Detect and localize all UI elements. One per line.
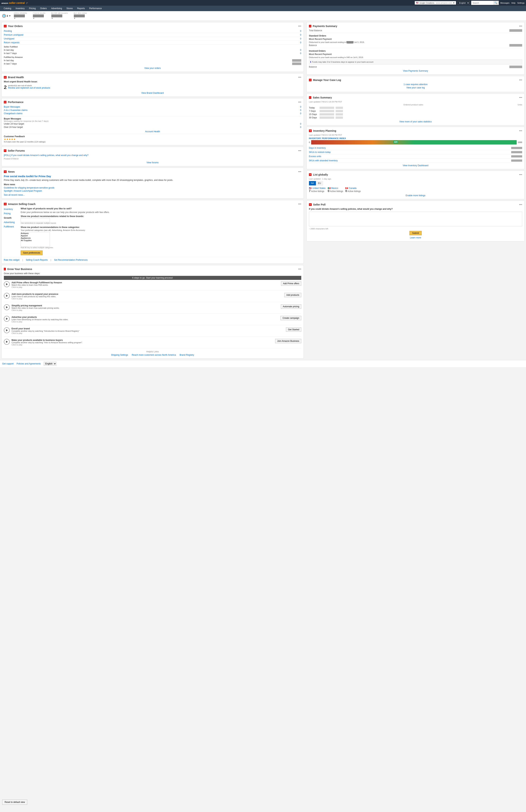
seller-forums-menu[interactable]: ••• <box>298 149 301 153</box>
standard-balance-value <box>509 44 522 47</box>
grow-btn-1[interactable]: Add products <box>284 293 301 297</box>
see-all-news[interactable]: See all recent news... <box>4 194 25 196</box>
coach-categories-select[interactable]: Antiques Apparel Appliances Art Supplies <box>21 232 50 247</box>
grow-btn-3[interactable]: Create campaign <box>280 316 301 320</box>
nav-performance[interactable]: Performance <box>87 6 104 11</box>
play-button-4[interactable] <box>4 327 10 333</box>
coach-nav-growth[interactable]: Growth <box>4 216 18 220</box>
order-pending[interactable]: Pending 0 <box>4 29 301 33</box>
play-button-2[interactable] <box>4 304 10 310</box>
search-button[interactable]: 🔍 <box>493 1 499 5</box>
policies-link[interactable]: Policies and Agreements <box>17 362 41 365</box>
performance-menu[interactable]: ••• <box>298 100 301 104</box>
view-payments-link[interactable]: View Payments Summary <box>309 70 522 72</box>
tab-eu[interactable]: EU <box>316 181 323 185</box>
store-selector[interactable]: 🇺🇸 Jungle Creations www.amazon.com ▼ <box>415 1 456 4</box>
tab-na[interactable]: NA <box>309 181 316 185</box>
grow-btn-4[interactable]: Get Started <box>286 327 301 332</box>
case-attention-link[interactable]: 1 case requires attention <box>309 83 522 86</box>
us-name[interactable]: United States <box>312 187 325 189</box>
learn-more-link[interactable]: Learn more <box>309 236 522 239</box>
your-orders-menu[interactable]: ••• <box>298 25 301 28</box>
poll-textarea[interactable] <box>309 212 522 226</box>
order-unshipped[interactable]: Unshipped 0 <box>4 37 301 41</box>
nav-pricing[interactable]: Pricing <box>27 6 38 11</box>
news-link-2[interactable]: Spotlight: Amazon Launchpad Program <box>4 190 301 192</box>
help-link[interactable]: Help <box>511 2 515 4</box>
brand-health-menu[interactable]: ••• <box>298 76 301 79</box>
news-link-1[interactable]: Guidelines for shipping temperature-sens… <box>4 187 301 189</box>
grow-business-menu[interactable]: ••• <box>298 267 301 271</box>
section-id-c: C <box>4 25 6 27</box>
globe-selector[interactable]: 🌐 3 ▼ <box>2 14 11 18</box>
perf-chargeback[interactable]: Chargeback claims 0 <box>4 112 301 115</box>
nav-inventory[interactable]: Inventory <box>13 6 27 11</box>
view-forums-link[interactable]: View forums <box>4 161 301 164</box>
search-input[interactable] <box>471 1 493 4</box>
selling-coach-menu[interactable]: ••• <box>298 202 301 206</box>
case-log-menu[interactable]: ••• <box>519 78 522 82</box>
invoiced-orders-title: Invoiced Orders <box>309 50 522 52</box>
settings-link[interactable]: Settings <box>517 2 525 4</box>
inv-days-label[interactable]: Days in inventory <box>309 147 326 149</box>
rate-widget-link[interactable]: Rate this widget <box>4 259 19 261</box>
nav-orders[interactable]: Orders <box>38 6 49 11</box>
poll-submit-button[interactable]: Submit <box>409 231 422 235</box>
helpful-link-1[interactable]: Reach more customers across North Americ… <box>132 354 176 356</box>
helpful-link-2[interactable]: Brand Registry <box>179 354 194 356</box>
nav-catalog[interactable]: Catalog <box>1 6 13 11</box>
perf-atoz[interactable]: A-to-z Guarantee claims 0 <box>4 108 301 112</box>
inventory-planning-menu[interactable]: ••• <box>519 129 522 132</box>
play-button-1[interactable] <box>4 293 10 299</box>
view-inventory-link[interactable]: View Inventory Dashboard <box>309 164 522 167</box>
grow-btn-2[interactable]: Automate pricing <box>281 304 301 309</box>
save-preferences-button[interactable]: Save preferences <box>21 250 43 255</box>
payments-menu[interactable]: ••• <box>519 25 522 28</box>
brand-health-issue-link[interactable]: Review and replenish out-of-stock produc… <box>8 87 50 89</box>
account-health-link[interactable]: Account Health <box>4 130 301 133</box>
inv-restock-label[interactable]: SKUs to restock today <box>309 151 331 154</box>
set-recommendation-link[interactable]: Set Recommendation Preferences <box>54 259 88 261</box>
play-button-3[interactable] <box>4 316 10 322</box>
mx-name[interactable]: Mexico <box>331 187 338 189</box>
inv-excess-label[interactable]: Excess units <box>309 155 321 158</box>
forum-post[interactable]: [POLL] If you could dictate Amazon's sel… <box>4 154 301 157</box>
selling-coach-reports-link[interactable]: Selling Coach Reports <box>26 259 48 261</box>
helpful-link-0[interactable]: Shipping Settings <box>111 354 128 356</box>
play-button-5[interactable] <box>4 339 10 345</box>
enable-listings-link[interactable]: Enable more listings <box>309 194 522 197</box>
nav-stores[interactable]: Stores <box>64 6 75 11</box>
grow-item-content-5: Make your products available to business… <box>12 339 273 346</box>
view-case-log-link[interactable]: View your case log <box>309 86 522 89</box>
brand-dashboard-link[interactable]: View Brand Dashboard <box>4 92 301 94</box>
coach-nav-pricing[interactable]: Pricing <box>4 212 18 216</box>
coach-nav-advertising[interactable]: Advertising <box>4 220 18 224</box>
order-premium-unshipped[interactable]: Premium unshipped 0 <box>4 33 301 37</box>
view-sales-link[interactable]: View more of your sales statistics <box>309 120 522 123</box>
footer-language-selector[interactable]: English <box>44 362 57 366</box>
news-menu[interactable]: ••• <box>298 170 301 173</box>
nav-advertising[interactable]: Advertising <box>49 6 64 11</box>
news-headline[interactable]: Free social media toolkit for Prime Day <box>4 175 301 178</box>
coach-nav-fulfillment[interactable]: Fulfillment <box>4 225 18 229</box>
seller-poll-menu[interactable]: ••• <box>519 203 522 206</box>
language-selector[interactable]: English <box>457 1 470 5</box>
grow-btn-5[interactable]: Join Amazon Business <box>275 339 301 343</box>
store-url: www.amazon.com <box>436 2 452 4</box>
sales-summary-menu[interactable]: ••• <box>519 96 522 99</box>
view-orders-link[interactable]: View your orders <box>4 67 301 69</box>
grow-btn-0[interactable]: Add Prime offers <box>281 281 301 286</box>
coach-nav-inventory[interactable]: Inventory <box>4 207 18 211</box>
order-return-requests[interactable]: Return requests 0 <box>4 41 301 45</box>
play-button-0[interactable] <box>4 281 10 287</box>
list-globally-card: N List globally ••• Last updated : 1 day… <box>307 171 525 199</box>
nav-reports[interactable]: Reports <box>75 6 87 11</box>
messages-link[interactable]: Messages <box>500 2 509 4</box>
coach-brands-input[interactable] <box>21 218 50 222</box>
list-globally-menu[interactable]: ••• <box>519 173 522 176</box>
perf-buyer-messages[interactable]: Buyer Messages 0 <box>4 105 301 108</box>
brand-health-issue-text: product(s) are out-of-stock. <box>8 84 50 87</box>
inv-stranded-label[interactable]: SKUs with stranded inventory <box>309 159 338 162</box>
ca-name[interactable]: Canada <box>349 187 356 189</box>
get-support-link[interactable]: Get support <box>2 362 14 365</box>
